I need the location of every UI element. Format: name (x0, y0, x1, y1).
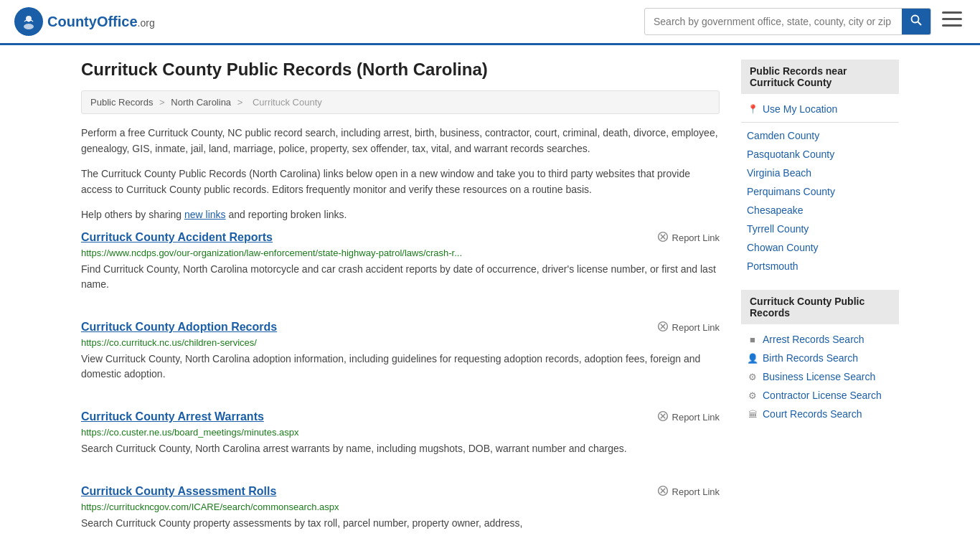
record-header: Currituck County Accident Reports Report… (81, 231, 720, 245)
sidebar: Public Records near Currituck County 📍 U… (741, 60, 899, 551)
record-url[interactable]: https://co.currituck.nc.us/children-serv… (81, 337, 720, 348)
record-desc: Search Currituck County property assessm… (81, 516, 720, 531)
report-link-icon (657, 231, 669, 245)
desc3-post: and reporting broken links. (226, 209, 347, 220)
record-title[interactable]: Currituck County Arrest Warrants (81, 410, 264, 423)
svg-point-3 (912, 16, 919, 23)
report-link-label: Report Link (672, 232, 720, 243)
nearby-place[interactable]: Tyrrell County (741, 220, 899, 238)
record-title[interactable]: Currituck County Adoption Records (81, 321, 277, 334)
description-3: Help others by sharing new links and rep… (81, 207, 720, 222)
record-header: Currituck County Adoption Records Report… (81, 321, 720, 334)
nearby-place[interactable]: Perquimans County (741, 182, 899, 201)
logo-text: CountyOffice.org (47, 14, 155, 30)
record-header: Currituck County Assessment Rolls Report… (81, 485, 720, 499)
county-records-title: Currituck County Public Records (741, 290, 899, 324)
main-content: Currituck County Public Records (North C… (81, 60, 720, 551)
site-header: CountyOffice.org (0, 0, 980, 45)
record-desc: View Currituck County, North Carolina ad… (81, 352, 720, 382)
nearby-place[interactable]: Portsmouth (741, 257, 899, 276)
record-type-icon: 👤 (747, 353, 758, 364)
record-url[interactable]: https://www.ncdps.gov/our-organization/l… (81, 248, 720, 258)
logo-icon (14, 7, 43, 36)
breadcrumb-sep-2: > (237, 97, 245, 108)
nearby-section: Public Records near Currituck County 📍 U… (741, 60, 899, 276)
record-title[interactable]: Currituck County Accident Reports (81, 231, 273, 244)
county-records-section: Currituck County Public Records ■Arrest … (741, 290, 899, 423)
record-desc: Find Currituck County, North Carolina mo… (81, 262, 720, 292)
county-record-item[interactable]: 👤Birth Records Search (741, 349, 899, 367)
report-link-icon (657, 410, 669, 424)
record-header: Currituck County Arrest Warrants Report … (81, 410, 720, 424)
new-links-link[interactable]: new links (184, 209, 226, 220)
record-desc: Search Currituck County, North Carolina … (81, 441, 720, 456)
use-location-label: Use My Location (763, 103, 837, 115)
breadcrumb-sep-1: > (159, 97, 167, 108)
record-type-icon: ⚙ (747, 372, 758, 382)
county-records-list: ■Arrest Records Search👤Birth Records Sea… (741, 330, 899, 423)
search-button[interactable] (902, 9, 930, 34)
report-link-label: Report Link (672, 322, 720, 333)
breadcrumb: Public Records > North Carolina > Currit… (81, 90, 720, 114)
nearby-place[interactable]: Pasquotank County (741, 145, 899, 164)
logo-area[interactable]: CountyOffice.org (14, 7, 155, 36)
county-record-label: Court Records Search (763, 408, 862, 420)
svg-line-4 (918, 22, 922, 26)
record-title[interactable]: Currituck County Assessment Rolls (81, 485, 276, 498)
record-type-icon: ■ (747, 334, 758, 345)
breadcrumb-north-carolina[interactable]: North Carolina (171, 97, 231, 108)
record-item: Currituck County Assessment Rolls Report… (81, 485, 720, 542)
county-record-item[interactable]: ■Arrest Records Search (741, 330, 899, 349)
record-url[interactable]: https://co.custer.ne.us/board_meetings/m… (81, 427, 720, 438)
svg-rect-6 (942, 18, 962, 20)
search-input[interactable] (645, 10, 902, 33)
report-link-icon (657, 485, 669, 499)
county-record-label: Contractor License Search (763, 390, 882, 401)
record-type-icon: ⚙ (747, 390, 758, 401)
main-container: Currituck County Public Records (North C… (67, 45, 913, 551)
record-item: Currituck County Adoption Records Report… (81, 321, 720, 392)
record-type-icon: 🏛 (747, 409, 758, 420)
breadcrumb-currituck: Currituck County (253, 97, 322, 108)
report-link-btn[interactable]: Report Link (657, 485, 720, 499)
record-item: Currituck County Accident Reports Report… (81, 231, 720, 303)
menu-icon[interactable] (938, 8, 966, 35)
county-record-label: Business License Search (763, 371, 875, 382)
county-record-item[interactable]: 🏛Court Records Search (741, 405, 899, 423)
report-link-btn[interactable]: Report Link (657, 321, 720, 334)
record-item: Currituck County Arrest Warrants Report … (81, 410, 720, 467)
nearby-place[interactable]: Virginia Beach (741, 164, 899, 182)
location-icon: 📍 (747, 104, 758, 114)
svg-rect-5 (942, 11, 962, 14)
nearby-place[interactable]: Camden County (741, 126, 899, 145)
report-link-icon (657, 321, 669, 334)
desc3-pre: Help others by sharing (81, 209, 184, 220)
description-1: Perform a free Currituck County, NC publ… (81, 125, 720, 157)
description-2: The Currituck County Public Records (Nor… (81, 166, 720, 198)
report-link-btn[interactable]: Report Link (657, 231, 720, 245)
county-record-label: Birth Records Search (763, 352, 858, 364)
county-record-item[interactable]: ⚙Business License Search (741, 367, 899, 386)
nearby-place[interactable]: Chowan County (741, 238, 899, 257)
breadcrumb-public-records[interactable]: Public Records (90, 97, 153, 108)
page-title: Currituck County Public Records (North C… (81, 60, 720, 80)
report-link-label: Report Link (672, 412, 720, 423)
records-list: Currituck County Accident Reports Report… (81, 231, 720, 542)
use-my-location[interactable]: 📍 Use My Location (741, 100, 899, 118)
record-url[interactable]: https://currituckncgov.com/ICARE/search/… (81, 501, 720, 512)
search-bar[interactable] (644, 8, 931, 35)
report-link-label: Report Link (672, 486, 720, 497)
nearby-title: Public Records near Currituck County (741, 60, 899, 94)
header-right (644, 8, 966, 35)
county-record-label: Arrest Records Search (763, 334, 864, 345)
report-link-btn[interactable]: Report Link (657, 410, 720, 424)
svg-rect-7 (942, 24, 962, 27)
county-record-item[interactable]: ⚙Contractor License Search (741, 386, 899, 405)
svg-point-2 (24, 24, 34, 29)
nearby-place[interactable]: Chesapeake (741, 201, 899, 220)
nearby-places: Camden CountyPasquotank CountyVirginia B… (741, 126, 899, 276)
